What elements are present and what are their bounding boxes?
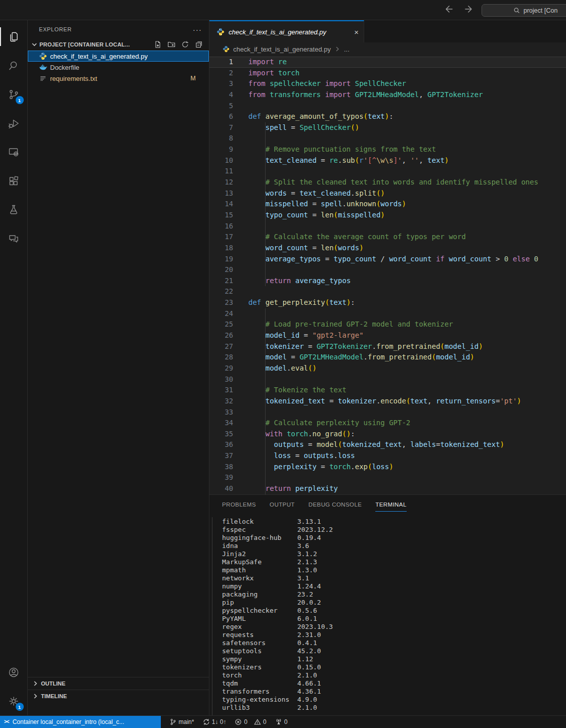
file-row-requirements[interactable]: requirements.txt M	[28, 73, 209, 84]
file-row-python[interactable]: check_if_text_is_ai_generated.py	[28, 51, 209, 62]
sync-status[interactable]: 1↓ 0↑	[203, 718, 227, 725]
remote-indicator[interactable]: >< Container local_container_intro (loca…	[0, 716, 161, 728]
line-number: 24	[209, 308, 233, 320]
nav-back-icon[interactable]	[443, 4, 453, 14]
terminal-line: packaging 23.2	[222, 590, 566, 599]
terminal-line: mpmath 1.3.0	[222, 566, 566, 574]
tab-check-if-text-is-ai-generated[interactable]: check_if_text_is_ai_generated.py ×	[209, 20, 364, 42]
line-number: 5	[209, 101, 233, 112]
tab-debug-console[interactable]: DEBUG CONSOLE	[309, 497, 362, 512]
line-number: 4	[209, 89, 233, 101]
activity-bar: 1 1	[0, 20, 28, 715]
activity-comments[interactable]	[0, 224, 28, 253]
branch-status[interactable]: main*	[169, 718, 194, 725]
python-file-icon	[216, 28, 225, 36]
line-content: # Load pre-trained GPT-2 model and token…	[248, 319, 453, 330]
activity-extensions[interactable]	[0, 166, 28, 195]
chevron-down-icon	[31, 41, 38, 48]
line-number: 18	[209, 243, 233, 254]
new-folder-icon[interactable]	[167, 40, 176, 49]
chevron-right-icon	[32, 680, 39, 687]
search-icon	[513, 7, 520, 14]
git-modified-badge: M	[191, 75, 196, 82]
line-content: words = text_cleaned.split()	[248, 188, 385, 199]
breadcrumb[interactable]: check_if_text_is_ai_generated.py ...	[209, 42, 566, 56]
explorer-more-actions[interactable]: ···	[193, 25, 202, 34]
code-line-21: 21 return average_typos	[209, 276, 566, 287]
breadcrumb-file[interactable]: check_if_text_is_ai_generated.py	[233, 46, 331, 53]
line-number: 33	[209, 407, 233, 418]
new-file-icon[interactable]	[154, 40, 162, 49]
tab-terminal[interactable]: TERMINAL	[375, 497, 406, 512]
warning-icon	[254, 718, 261, 725]
code-line-18: 18 word_count = len(words)	[209, 243, 566, 254]
file-name: check_if_text_is_ai_generated.py	[50, 53, 148, 60]
project-section-header[interactable]: PROJECT [CONTAINER LOCAL...	[28, 38, 209, 51]
code-line-40: 40 return perplexity	[209, 483, 566, 494]
tab-bar: check_if_text_is_ai_generated.py ×	[209, 20, 566, 42]
line-number: 1	[209, 57, 233, 68]
timeline-section[interactable]: TIMELINE	[28, 690, 209, 702]
breadcrumb-more[interactable]: ...	[344, 46, 350, 53]
refresh-icon[interactable]	[181, 40, 189, 49]
line-content: # Tokenize the text	[248, 385, 346, 396]
command-center-search[interactable]: project [Con	[482, 4, 566, 17]
file-name: Dockerfile	[50, 64, 79, 71]
outline-section[interactable]: OUTLINE	[28, 677, 209, 690]
activity-accounts[interactable]	[0, 658, 28, 687]
line-number: 19	[209, 254, 233, 265]
sidebar-title: EXPLORER	[39, 26, 72, 32]
line-number: 12	[209, 177, 233, 188]
terminal-line: regex 2023.10.3	[222, 623, 566, 631]
terminal-line: pip 20.0.2	[222, 599, 566, 607]
terminal-output[interactable]: filelock 3.13.1fsspec 2023.12.2huggingfa…	[209, 513, 566, 712]
activity-settings[interactable]: 1	[0, 687, 28, 715]
activity-run-debug[interactable]	[0, 109, 28, 138]
terminal-line: safetensors 0.4.1	[222, 639, 566, 647]
activity-search[interactable]	[0, 51, 28, 80]
ports-status[interactable]: 0	[275, 718, 288, 725]
warnings-count: 0	[263, 718, 267, 725]
line-number: 40	[209, 483, 233, 494]
comments-icon	[8, 233, 20, 245]
activity-explorer[interactable]	[0, 22, 28, 51]
tab-problems[interactable]: PROBLEMS	[222, 497, 256, 512]
activity-source-control[interactable]: 1	[0, 80, 28, 109]
git-branch-icon	[169, 718, 177, 725]
line-content: import torch	[248, 68, 299, 79]
code-line-30: 30	[209, 374, 566, 385]
activity-testing[interactable]	[0, 195, 28, 224]
line-content: def get_perplexity(text):	[248, 297, 355, 308]
problems-status[interactable]: 0 0	[235, 718, 266, 725]
tab-output[interactable]: OUTPUT	[270, 497, 295, 512]
line-number: 30	[209, 374, 233, 385]
file-row-dockerfile[interactable]: Dockerfile	[28, 62, 209, 73]
close-icon[interactable]: ×	[354, 28, 359, 36]
code-line-2: 2import torch	[209, 68, 566, 79]
terminal-line: tokenizers 0.15.0	[222, 663, 566, 671]
code-line-3: 3from spellchecker import SpellChecker	[209, 78, 566, 89]
line-content: from spellchecker import SpellChecker	[248, 78, 406, 89]
terminal-line: typing-extensions 4.9.0	[222, 696, 566, 704]
tab-title: check_if_text_is_ai_generated.py	[229, 28, 326, 36]
code-line-8: 8	[209, 133, 566, 144]
search-value: project [Con	[524, 7, 557, 14]
sync-icon	[203, 718, 210, 725]
line-content: return average_typos	[248, 276, 351, 287]
line-number: 34	[209, 418, 233, 429]
sync-label: 1↓ 0↑	[212, 718, 227, 725]
line-content: tokenized_text = tokenizer.encode(text, …	[248, 396, 521, 407]
code-editor[interactable]: 1import re2import torch3from spellchecke…	[209, 56, 566, 494]
code-line-31: 31 # Tokenize the text	[209, 385, 566, 396]
editor-group: check_if_text_is_ai_generated.py × check…	[209, 20, 566, 715]
collapse-all-icon[interactable]	[195, 40, 203, 49]
line-content: average_typos = typo_count / word_count …	[248, 254, 538, 265]
line-content: text_cleaned = re.sub(r'[^\w\s]', '', te…	[248, 155, 449, 166]
flask-icon	[8, 204, 20, 216]
activity-remote-explorer[interactable]	[0, 138, 28, 166]
outline-label: OUTLINE	[41, 680, 65, 687]
nav-forward-icon[interactable]	[464, 4, 474, 14]
code-line-7: 7 spell = SpellChecker()	[209, 122, 566, 133]
line-number: 21	[209, 276, 233, 287]
code-line-1: 1import re	[209, 57, 566, 68]
